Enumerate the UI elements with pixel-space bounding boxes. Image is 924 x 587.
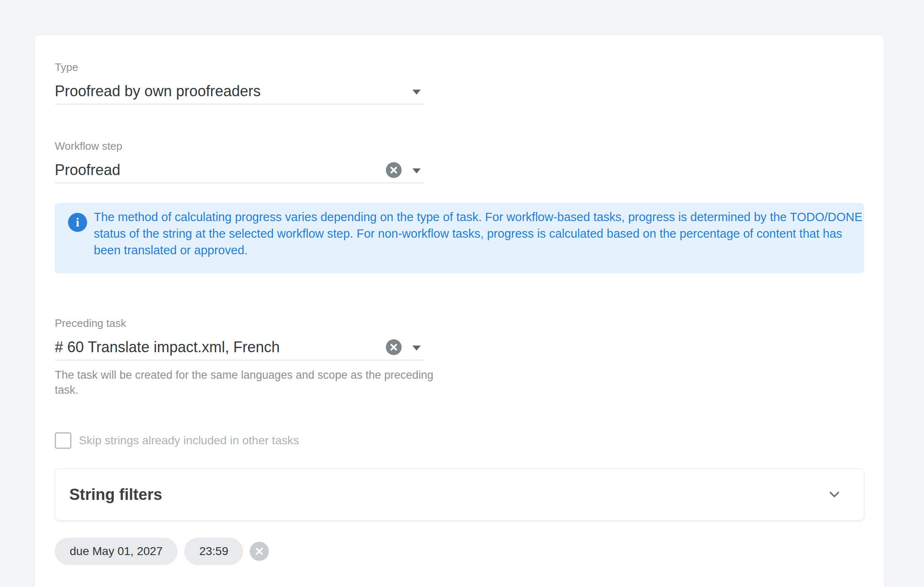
due-date-chips: due May 01, 2027 23:59 [55, 538, 269, 565]
checkbox-icon[interactable] [55, 432, 71, 449]
preceding-task-select[interactable]: # 60 Translate impact.xml, French [55, 335, 424, 360]
skip-strings-checkbox-row[interactable]: Skip strings already included in other t… [55, 432, 299, 449]
progress-info-alert: i The method of calculating progress var… [55, 203, 864, 273]
preceding-task-label: Preceding task [55, 317, 424, 330]
task-form-card: Type Proofread by own proofreaders Workf… [34, 34, 885, 587]
x-icon [390, 166, 398, 174]
dropdown-arrow-icon [412, 168, 421, 173]
workflow-step-label: Workflow step [55, 139, 424, 153]
dropdown-arrow-icon [412, 90, 421, 95]
preceding-task-field: Preceding task # 60 Translate impact.xml… [55, 317, 424, 360]
remove-due-date-icon[interactable] [250, 542, 269, 561]
chevron-down-icon[interactable] [826, 487, 842, 502]
workflow-step-clear-icon[interactable] [386, 162, 402, 178]
workflow-step-field: Workflow step Proofread [55, 139, 424, 183]
preceding-task-help-text: The task will be created for the same la… [55, 368, 445, 397]
type-select[interactable]: Proofread by own proofreaders [55, 79, 424, 105]
dropdown-arrow-icon [412, 346, 421, 351]
progress-info-text: The method of calculating progress varie… [94, 209, 865, 258]
x-icon [390, 343, 398, 351]
skip-strings-checkbox-label: Skip strings already included in other t… [79, 434, 299, 447]
workflow-step-value: Proofread [55, 161, 386, 179]
x-icon [255, 547, 264, 556]
due-time-chip[interactable]: 23:59 [184, 538, 243, 565]
due-time-chip-label: 23:59 [199, 545, 228, 558]
type-field-label: Type [55, 61, 424, 74]
type-select-value: Proofread by own proofreaders [55, 83, 412, 100]
type-field: Type Proofread by own proofreaders [55, 61, 424, 105]
preceding-task-clear-icon[interactable] [386, 339, 402, 355]
string-filters-title: String filters [69, 486, 162, 504]
due-date-chip-label: due May 01, 2027 [70, 545, 163, 558]
info-icon: i [68, 213, 87, 232]
due-date-chip[interactable]: due May 01, 2027 [55, 538, 178, 565]
string-filters-panel[interactable]: String filters [55, 468, 864, 521]
preceding-task-value: # 60 Translate impact.xml, French [55, 339, 386, 356]
workflow-step-select[interactable]: Proofread [55, 158, 424, 183]
